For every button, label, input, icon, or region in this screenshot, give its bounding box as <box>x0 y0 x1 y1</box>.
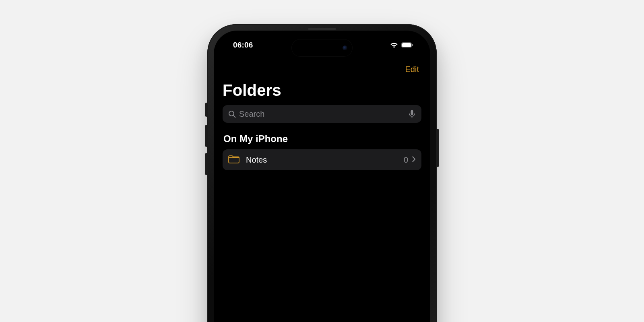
silence-switch <box>205 103 207 117</box>
folder-icon <box>228 155 239 165</box>
svg-rect-1 <box>402 43 411 47</box>
volume-up-button <box>205 125 207 147</box>
mic-icon <box>409 110 415 118</box>
edit-button[interactable]: Edit <box>405 65 421 74</box>
folder-count: 0 <box>404 155 408 165</box>
svg-point-3 <box>229 111 234 116</box>
folder-name: Notes <box>246 155 404 165</box>
volume-down-button <box>205 153 207 175</box>
chevron-right-icon <box>412 156 416 164</box>
dictate-button[interactable] <box>408 110 416 118</box>
search-icon <box>228 110 236 118</box>
speaker-grille <box>308 28 336 30</box>
folder-list: Notes 0 <box>223 149 421 170</box>
dynamic-island <box>292 39 352 56</box>
svg-rect-5 <box>411 110 413 115</box>
power-button <box>437 129 439 167</box>
svg-line-4 <box>233 116 235 118</box>
page-title: Folders <box>223 81 421 99</box>
status-time: 06:06 <box>233 41 253 50</box>
search-input[interactable] <box>239 109 408 119</box>
front-camera <box>343 45 347 50</box>
phone-screen: 06:06 <box>214 31 430 322</box>
wifi-icon <box>390 42 398 48</box>
phone-frame: 06:06 <box>207 24 437 322</box>
nav-bar: Edit <box>223 60 421 79</box>
folder-row-notes[interactable]: Notes 0 <box>223 149 421 170</box>
section-header-on-my-iphone: On My iPhone <box>223 133 421 144</box>
svg-rect-2 <box>412 44 413 46</box>
battery-icon <box>401 42 413 48</box>
search-field[interactable] <box>223 105 421 123</box>
